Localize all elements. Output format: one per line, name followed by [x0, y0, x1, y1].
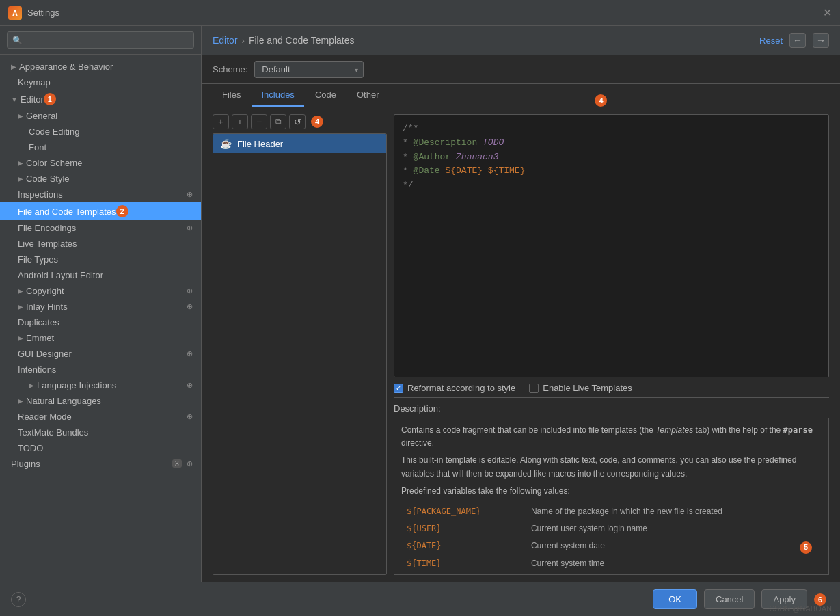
search-input[interactable] — [7, 31, 194, 49]
reset-template-button[interactable]: ↺ — [289, 114, 306, 129]
chevron-right-icon: ▶ — [18, 159, 23, 167]
sidebar-item-file-types[interactable]: File Types — [0, 252, 201, 267]
sidebar-item-android-layout-editor[interactable]: Android Layout Editor — [0, 267, 201, 283]
app-icon: A — [8, 6, 22, 20]
watermark: CSDN @NABOAN — [769, 603, 832, 613]
var-name: ${DATE} — [401, 537, 526, 554]
file-code-badge: 2 — [116, 205, 128, 217]
sidebar-item-natural-languages[interactable]: ▶ Natural Languages — [0, 393, 201, 409]
tab-code[interactable]: Code — [306, 84, 346, 107]
copyright-badge: ⊕ — [187, 286, 193, 295]
chevron-right-icon: ▶ — [18, 303, 23, 310]
help-button[interactable]: ? — [11, 592, 26, 607]
chevron-right-icon: ▶ — [18, 397, 23, 405]
live-templates-checkbox-label[interactable]: Enable Live Templates — [529, 383, 632, 393]
variables-table: ${PACKAGE_NAME} Name of the package in w… — [401, 503, 822, 572]
duplicate-button[interactable]: ⧉ — [270, 114, 286, 129]
sidebar-item-plugins[interactable]: Plugins 3 ⊕ — [0, 456, 201, 472]
breadcrumb-parent[interactable]: Editor — [213, 35, 238, 46]
description-area: Description: Contains a code fragment th… — [394, 397, 829, 575]
right-header: Editor › File and Code Templates Reset ←… — [202, 26, 840, 55]
live-templates-checkbox[interactable] — [529, 384, 539, 393]
add-copy-button[interactable]: + — [232, 114, 248, 129]
close-button[interactable]: ✕ — [823, 6, 832, 19]
cancel-button[interactable]: Cancel — [704, 589, 755, 609]
sidebar-item-file-and-code-templates[interactable]: File and Code Templates 2 — [0, 202, 201, 220]
sidebar-item-copyright[interactable]: ▶ Copyright ⊕ — [0, 283, 201, 299]
sidebar-item-font[interactable]: Font — [0, 139, 201, 155]
file-encodings-badge: ⊕ — [187, 224, 193, 232]
sidebar-item-appearance[interactable]: ▶ Appearance & Behavior — [0, 59, 201, 75]
scheme-label: Scheme: — [213, 64, 247, 75]
sidebar-item-editor[interactable]: ▼ Editor 1 — [0, 90, 201, 108]
reformat-checkbox[interactable]: ✓ — [394, 384, 403, 393]
editor-badge: 1 — [44, 93, 56, 105]
reformat-checkbox-label[interactable]: ✓ Reformat according to style — [394, 383, 515, 393]
var-desc: Current system date — [526, 537, 822, 554]
sidebar-item-textmate-bundles[interactable]: TextMate Bundles — [0, 425, 201, 440]
reset-button[interactable]: Reset — [759, 36, 783, 46]
chevron-right-icon: ▶ — [29, 381, 34, 389]
watermark-text: CSDN @NABOAN — [769, 604, 832, 613]
sidebar-item-label: TODO — [18, 443, 43, 453]
plugins-badge: 3 ⊕ — [172, 459, 193, 468]
title-bar: A Settings ✕ — [0, 0, 840, 26]
work-area: + + − ⧉ ↺ 4 ☕ File Header — [202, 107, 840, 582]
var-name: ${USER} — [401, 520, 526, 537]
sidebar-item-duplicates[interactable]: Duplicates — [0, 314, 201, 330]
sidebar-item-intentions[interactable]: Intentions — [0, 362, 201, 377]
sidebar-item-label: Font — [29, 142, 46, 152]
sidebar-item-live-templates[interactable]: Live Templates — [0, 236, 201, 252]
sidebar-list: ▶ Appearance & Behavior Keymap ▼ Editor … — [0, 55, 201, 582]
scheme-selector[interactable]: Default ▾ — [254, 61, 364, 78]
chevron-right-icon: ▶ — [18, 112, 23, 120]
ok-button[interactable]: OK — [653, 589, 697, 609]
sidebar-item-label: Language Injections — [37, 380, 116, 390]
sidebar-item-label: Color Scheme — [26, 158, 82, 168]
sidebar-item-file-encodings[interactable]: File Encodings ⊕ — [0, 220, 201, 236]
add-button[interactable]: + — [213, 114, 229, 129]
sidebar-item-label: File Types — [18, 254, 58, 265]
sidebar-item-inspections[interactable]: Inspections ⊕ — [0, 187, 201, 202]
sidebar-item-keymap[interactable]: Keymap — [0, 75, 201, 90]
code-editor[interactable]: /** * @Description TODO * @Author Zhanac… — [394, 114, 829, 377]
sidebar-item-language-injections[interactable]: ▶ Language Injections ⊕ — [0, 377, 201, 393]
chevron-right-icon: ▶ — [18, 175, 23, 183]
scheme-dropdown[interactable]: Default — [254, 61, 364, 78]
sidebar-item-label: Reader Mode — [18, 412, 72, 422]
remove-button[interactable]: − — [251, 114, 267, 129]
nav-back-button[interactable]: ← — [789, 33, 806, 48]
sidebar-item-label: Android Layout Editor — [18, 270, 103, 280]
sidebar-item-label: GUI Designer — [18, 349, 72, 359]
sidebar-item-label: Emmet — [26, 333, 54, 343]
sidebar-item-inlay-hints[interactable]: ▶ Inlay Hints ⊕ — [0, 299, 201, 314]
inspections-badge: ⊕ — [187, 190, 193, 199]
sidebar-item-reader-mode[interactable]: Reader Mode ⊕ — [0, 409, 201, 425]
search-icon: 🔍 — [12, 36, 23, 45]
tabs-row: Files Includes Code Other 4 — [202, 84, 840, 107]
search-box: 🔍 — [0, 26, 201, 55]
sidebar-item-code-style[interactable]: ▶ Code Style — [0, 171, 201, 187]
chevron-right-icon: ▶ — [18, 334, 23, 342]
step4-badge: 4 — [595, 94, 607, 107]
sidebar-item-color-scheme[interactable]: ▶ Color Scheme — [0, 155, 201, 171]
sidebar-item-emmet[interactable]: ▶ Emmet — [0, 330, 201, 346]
tab-other[interactable]: Other — [347, 84, 389, 107]
var-desc: Current system time — [526, 555, 822, 572]
sidebar-item-label: Live Templates — [18, 239, 77, 249]
sidebar-item-gui-designer[interactable]: GUI Designer ⊕ — [0, 346, 201, 362]
var-name: ${PACKAGE_NAME} — [401, 503, 526, 520]
sidebar-item-code-editing[interactable]: Code Editing — [0, 124, 201, 139]
sidebar-item-label: TextMate Bundles — [18, 427, 88, 438]
sidebar-item-label: File Encodings — [18, 223, 76, 233]
tab-files[interactable]: Files — [213, 84, 250, 107]
nav-forward-button[interactable]: → — [813, 33, 829, 48]
sidebar-item-label: Plugins — [11, 459, 40, 469]
template-item-file-header[interactable]: ☕ File Header — [213, 134, 386, 153]
table-row: ${USER} Current user system login name — [401, 520, 822, 537]
table-row: ${PACKAGE_NAME} Name of the package in w… — [401, 503, 822, 520]
sidebar-item-todo[interactable]: TODO — [0, 440, 201, 456]
footer: ? OK Cancel Apply 6 — [0, 582, 840, 616]
sidebar-item-general[interactable]: ▶ General — [0, 108, 201, 124]
tab-includes[interactable]: Includes — [252, 84, 303, 107]
